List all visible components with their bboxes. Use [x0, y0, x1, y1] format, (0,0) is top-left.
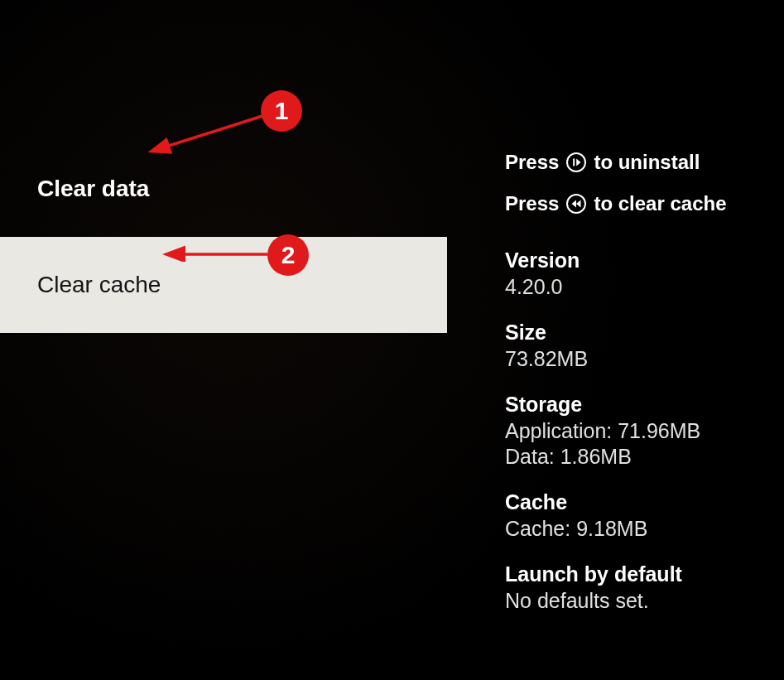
- svg-line-7: [153, 116, 262, 151]
- svg-marker-2: [577, 159, 581, 166]
- svg-point-0: [567, 153, 585, 171]
- svg-rect-1: [574, 159, 575, 166]
- annotation-arrow-1: [145, 108, 269, 157]
- hint-uninstall: Press to uninstall: [505, 151, 784, 174]
- info-panel: Press to uninstall Press to clear cache …: [505, 151, 784, 634]
- play-pause-icon: [565, 152, 587, 173]
- size-label: Size: [505, 321, 784, 345]
- hint-press-text-2: Press: [505, 192, 559, 215]
- launch-value: No defaults set.: [505, 589, 784, 613]
- annotation-arrow-2: [161, 245, 273, 262]
- storage-data-value: Data: 1.86MB: [505, 445, 784, 469]
- svg-marker-5: [576, 200, 581, 208]
- hint-clear-cache: Press to clear cache: [505, 192, 784, 215]
- cache-value: Cache: 9.18MB: [505, 517, 784, 541]
- size-value: 73.82MB: [505, 347, 784, 371]
- svg-marker-4: [572, 200, 577, 208]
- clear-data-label: Clear data: [37, 176, 149, 201]
- annotation-badge-2: 2: [267, 234, 309, 276]
- hint-uninstall-text: to uninstall: [594, 151, 700, 174]
- rewind-icon: [565, 193, 587, 215]
- launch-label: Launch by default: [505, 562, 784, 586]
- annotation-badge-1-text: 1: [275, 97, 289, 125]
- clear-cache-label: Clear cache: [37, 272, 161, 297]
- version-label: Version: [505, 248, 784, 272]
- cache-label: Cache: [505, 490, 784, 514]
- storage-label: Storage: [505, 393, 784, 417]
- settings-menu-list: Clear data Clear cache: [0, 141, 447, 333]
- info-block: Version 4.20.0 Size 73.82MB Storage Appl…: [505, 248, 784, 613]
- version-value: 4.20.0: [505, 275, 784, 299]
- storage-application-value: Application: 71.96MB: [505, 419, 784, 443]
- hint-clear-cache-text: to clear cache: [594, 192, 726, 215]
- annotation-badge-2-text: 2: [281, 241, 296, 269]
- hint-press-text: Press: [505, 151, 559, 174]
